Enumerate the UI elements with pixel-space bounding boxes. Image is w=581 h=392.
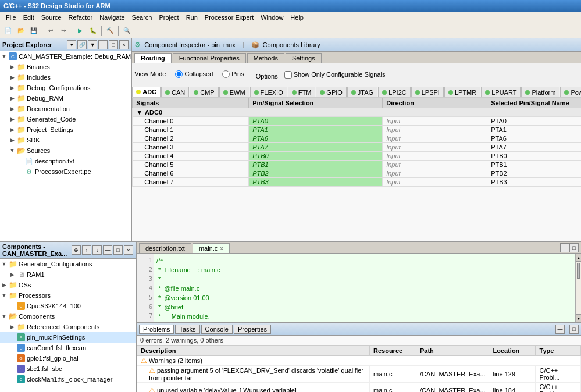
- comp-btn-2[interactable]: ↑: [82, 245, 91, 255]
- collapse-all-button[interactable]: ▾: [67, 40, 76, 49]
- menu-processor-expert[interactable]: Processor Expert: [201, 13, 257, 22]
- menu-run[interactable]: Run: [183, 13, 201, 22]
- comp-btn-1[interactable]: ⊕: [72, 245, 81, 255]
- tab-functional-properties[interactable]: Functional Properties: [173, 53, 246, 63]
- run-button[interactable]: ▶: [74, 25, 86, 37]
- pin-channel1[interactable]: PTA1: [249, 126, 383, 134]
- signal-tab-can[interactable]: CAN: [161, 87, 189, 97]
- tree-debug-configs[interactable]: ▶ 📁 Debug_Configurations: [0, 83, 131, 93]
- menu-source[interactable]: Source: [38, 13, 65, 22]
- new-button[interactable]: 📄: [2, 25, 14, 37]
- panel-menu-button[interactable]: ▼: [88, 40, 97, 49]
- signal-tab-lpi2c[interactable]: LPI2C: [378, 87, 411, 97]
- menu-project[interactable]: Project: [155, 13, 182, 22]
- tree-clock-man[interactable]: C clockMan1:fsl_clock_manager: [0, 374, 136, 384]
- tree-generated-code[interactable]: ▶ 📁 Generated_Code: [0, 114, 131, 124]
- editor-scrollbar[interactable]: ▲ ▼: [575, 254, 581, 322]
- editor-minimize[interactable]: —: [560, 243, 569, 252]
- editor-scroll-up[interactable]: ▲: [576, 254, 581, 262]
- editor-maximize[interactable]: □: [569, 243, 579, 252]
- tree-debug-ram[interactable]: ▶ 📁 Debug_RAM: [0, 93, 131, 104]
- configurable-signals-label[interactable]: Show Only Configurable Signals: [284, 71, 386, 79]
- main-c-close[interactable]: ×: [220, 245, 223, 252]
- tree-documentation[interactable]: ▶ 📁 Documentation: [0, 104, 131, 114]
- project-root-item[interactable]: ▼ C CAN_MASTER_Example: Debug_RAM: [0, 51, 131, 62]
- tree-ram1[interactable]: ▶ 🖥 RAM1: [0, 269, 136, 280]
- debug-button[interactable]: 🐛: [87, 25, 99, 37]
- editor-scroll-down[interactable]: ▼: [576, 314, 581, 322]
- configurable-signals-checkbox[interactable]: [284, 71, 292, 79]
- close-panel-button[interactable]: ×: [119, 40, 129, 49]
- signal-tab-powerandground[interactable]: PowerAndGround: [560, 87, 581, 97]
- menu-refactor[interactable]: Refactor: [65, 13, 97, 22]
- comp-close-button[interactable]: ×: [124, 245, 133, 255]
- code-editor[interactable]: /** * Filename : main.c * * @file main.c…: [154, 254, 575, 322]
- signal-tab-lpspi[interactable]: LPSPI: [411, 87, 444, 97]
- tree-gpio1[interactable]: G gpio1:fsl_gpio_hal: [0, 353, 136, 364]
- tree-oss[interactable]: ▶ 📁 OSs: [0, 280, 136, 290]
- menu-window[interactable]: Window: [257, 13, 287, 22]
- undo-button[interactable]: ↩: [45, 25, 56, 37]
- tab-properties[interactable]: Properties: [234, 325, 271, 334]
- signal-tab-cmp[interactable]: CMP: [190, 87, 218, 97]
- tab-tasks[interactable]: Tasks: [175, 325, 199, 334]
- signal-tab-lpuart[interactable]: LPUART: [481, 87, 521, 97]
- signal-tab-gpio[interactable]: GPIO: [316, 87, 347, 97]
- menu-file[interactable]: File: [2, 13, 20, 22]
- pins-radio[interactable]: [222, 70, 230, 78]
- problems-maximize[interactable]: □: [569, 325, 579, 334]
- tree-binaries[interactable]: ▶ 📁 Binaries: [0, 62, 131, 72]
- signal-tab-ewm[interactable]: EWM: [219, 87, 249, 97]
- tree-processors[interactable]: ▼ 📁 Processors: [0, 290, 136, 301]
- tree-includes[interactable]: ▶ 📁 Includes: [0, 72, 131, 83]
- signal-tab-flexio[interactable]: FLEXIO: [250, 87, 287, 97]
- tree-sources[interactable]: ▼ 📂 Sources: [0, 145, 131, 156]
- tab-routing[interactable]: Routing: [134, 53, 172, 63]
- menu-navigate[interactable]: Navigate: [96, 13, 128, 22]
- redo-button[interactable]: ↪: [58, 25, 69, 37]
- tree-processor-expert[interactable]: ⚙ ProcessorExpert.pe: [0, 166, 131, 177]
- menu-search[interactable]: Search: [129, 13, 156, 22]
- problem-row-1[interactable]: ⚠ passing argument 5 of 'FLEXCAN_DRV_Sen…: [137, 366, 581, 383]
- tree-components[interactable]: ▼ 📂 Components: [0, 311, 136, 322]
- menu-edit[interactable]: Edit: [20, 13, 38, 22]
- tree-description-txt[interactable]: 📄 description.txt: [0, 156, 131, 166]
- tree-can-com1[interactable]: C canCom1:fsl_flexcan: [0, 343, 136, 353]
- save-button[interactable]: 💾: [28, 25, 40, 37]
- collapsed-radio[interactable]: [175, 70, 183, 78]
- tree-sdk[interactable]: ▶ 📁 SDK: [0, 135, 131, 145]
- signal-tab-platform[interactable]: Platform: [521, 87, 559, 97]
- signal-tab-jtag[interactable]: JTAG: [347, 87, 377, 97]
- minimize-panel-button[interactable]: —: [98, 40, 108, 49]
- pin-channel6[interactable]: PTB2: [249, 169, 383, 178]
- pins-radio-label[interactable]: Pins: [222, 70, 244, 78]
- problems-minimize[interactable]: —: [555, 325, 565, 334]
- pin-channel0[interactable]: PTA0: [249, 117, 383, 126]
- tree-cpu[interactable]: C Cpu:S32K144_100: [0, 301, 136, 311]
- pin-channel3[interactable]: PTA7: [249, 143, 383, 152]
- menu-help[interactable]: Help: [287, 13, 307, 22]
- tree-sbc1[interactable]: S sbc1:fsl_sbc: [0, 364, 136, 374]
- comp-maximize-button[interactable]: □: [113, 245, 123, 255]
- pin-channel5[interactable]: PTB1: [249, 161, 383, 169]
- tab-methods[interactable]: Methods: [247, 53, 284, 63]
- pin-channel4[interactable]: PTB0: [249, 152, 383, 161]
- collapsed-radio-label[interactable]: Collapsed: [175, 70, 213, 78]
- tab-main-c[interactable]: main.c ×: [193, 243, 230, 253]
- comp-btn-3[interactable]: ↓: [92, 245, 102, 255]
- tab-settings[interactable]: Settings: [286, 53, 322, 63]
- tree-generator-configs[interactable]: ▼ 📁 Generator_Configurations: [0, 259, 136, 269]
- build-button[interactable]: 🔨: [104, 25, 116, 37]
- signal-tab-lptmr[interactable]: LPTMR: [444, 87, 480, 97]
- problem-row-2[interactable]: ⚠ unused variable 'delayValue' [-Wunused…: [137, 383, 581, 393]
- pin-channel2[interactable]: PTA6: [249, 134, 383, 143]
- editor-scroll-thumb[interactable]: [577, 263, 580, 279]
- tree-referenced-components[interactable]: ▶ 📁 Referenced_Components: [0, 322, 136, 332]
- signal-tab-ftm[interactable]: FTM: [288, 87, 316, 97]
- tree-pin-mux[interactable]: P pin_mux:PinSettings: [0, 332, 136, 343]
- open-button[interactable]: 📂: [15, 25, 27, 37]
- comp-minimize-button[interactable]: —: [103, 245, 112, 255]
- maximize-panel-button[interactable]: □: [109, 40, 118, 49]
- tab-console[interactable]: Console: [201, 325, 233, 334]
- pin-channel7[interactable]: PTB3: [249, 178, 383, 187]
